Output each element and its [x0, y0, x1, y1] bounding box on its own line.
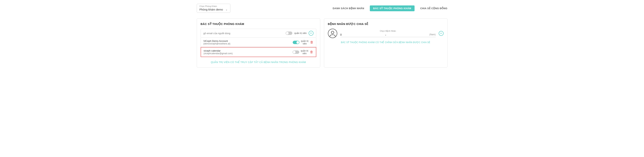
header: Chọn Phòng Khám Phòng khám demo ⌄ DANH S…: [197, 4, 448, 13]
tab-bac-sy[interactable]: BÁC SỸ THUỘC PHÒNG KHÁM: [370, 6, 415, 11]
doctor-role-1: quản trịviên: [301, 40, 308, 45]
doctor-role-2: quản trịviên: [301, 50, 308, 55]
doctor-add-row: quản trị viên +: [201, 29, 316, 38]
tab-danh-sach[interactable]: DANH SÁCH BỆNH NHÂN: [332, 6, 364, 11]
doctor-row-right-1: quản trịviên 🗑: [293, 40, 314, 45]
right-panel: BỆNH NHÂN ĐƯỢC CHIA SẺ Chọn Bệnh Nhân 0 …: [324, 18, 448, 68]
patient-avatar: [328, 29, 337, 38]
doctor-row-selected: viceph calendar (vicephcalendar@gmail.co…: [201, 47, 316, 57]
delete-doctor-1[interactable]: 🗑: [310, 40, 314, 44]
avatar-svg: [329, 30, 336, 37]
svg-point-0: [331, 31, 334, 34]
delete-doctor-2[interactable]: 🗑: [310, 50, 313, 54]
main-content: BÁC SỸ THUỘC PHÒNG KHÁM quản trị viên + …: [197, 18, 448, 68]
patient-gender: (Nam): [429, 33, 436, 36]
admin-toggle-1[interactable]: [293, 41, 300, 44]
toggle-label-add: quản trị viên: [294, 32, 306, 35]
patient-select-control: Chọn Bệnh Nhân 0 ⌄ (Nam): [340, 30, 436, 37]
patient-select-value: 0: [340, 33, 342, 36]
add-row-right: quản trị viên +: [286, 31, 313, 36]
patient-note: BÁC SỸ THUỘC PHÒNG KHÁM CÓ THỂ CHỈNH SỬA…: [328, 41, 444, 44]
email-input[interactable]: [204, 32, 284, 35]
right-panel-title: BỆNH NHÂN ĐƯỢC CHIA SẺ: [328, 22, 444, 26]
left-panel: BÁC SỸ THUỘC PHÒNG KHÁM quản trị viên + …: [197, 18, 320, 68]
admin-toggle-add[interactable]: [286, 32, 292, 35]
patient-select-row: Chọn Bệnh Nhân 0 ⌄ (Nam) +: [328, 29, 444, 38]
left-panel-title: BÁC SỸ THUỘC PHÒNG KHÁM: [201, 22, 316, 26]
doctor-email-1: (demoviceph@nowhere.at): [204, 42, 291, 45]
doctor-row-right-2: quản trịviên 🗑: [292, 50, 313, 55]
clinic-selector-value-row: Phòng khám demo ⌄: [200, 8, 228, 11]
trash-icon-1: 🗑: [310, 40, 314, 44]
patient-select-label: Chọn Bệnh Nhân: [340, 30, 436, 32]
clinic-selector[interactable]: Chọn Phòng Khám Phòng khám demo ⌄: [197, 4, 230, 13]
patient-select-value-row: 0 ⌄ (Nam): [340, 33, 436, 36]
patient-chevron-icon[interactable]: ⌄: [384, 33, 387, 36]
chevron-down-icon: ⌄: [226, 8, 228, 11]
doctor-name-1: ViCeph Demo Account: [204, 40, 291, 42]
page-container: Chọn Phòng Khám Phòng khám demo ⌄ DANH S…: [191, 0, 453, 71]
doctor-info-1: ViCeph Demo Account (demoviceph@nowhere.…: [204, 40, 291, 45]
patient-id: 0: [340, 33, 342, 36]
admin-toggle-2[interactable]: [292, 51, 299, 54]
trash-icon-2: 🗑: [310, 50, 313, 54]
doctor-email-2: (vicephcalendar@gmail.com): [204, 52, 291, 55]
clinic-name: Phòng khám demo: [200, 8, 223, 11]
panel-footer: QUẢN TRỊ VIÊN CÓ THỂ TRUY CẬP TẤT CẢ BỆN…: [201, 61, 316, 64]
doctor-row: ViCeph Demo Account (demoviceph@nowhere.…: [201, 38, 316, 47]
nav-tabs: DANH SÁCH BỆNH NHÂN BÁC SỸ THUỘC PHÒNG K…: [332, 6, 447, 11]
tab-chia-se[interactable]: CHIA SẺ CỘNG ĐỒNG: [420, 6, 447, 11]
clinic-selector-label: Chọn Phòng Khám: [200, 5, 228, 8]
doctor-info-2: viceph calendar (vicephcalendar@gmail.co…: [204, 49, 291, 55]
doctor-name-2: viceph calendar: [204, 49, 291, 52]
add-doctor-button[interactable]: +: [308, 31, 314, 36]
add-patient-button[interactable]: +: [439, 31, 444, 36]
